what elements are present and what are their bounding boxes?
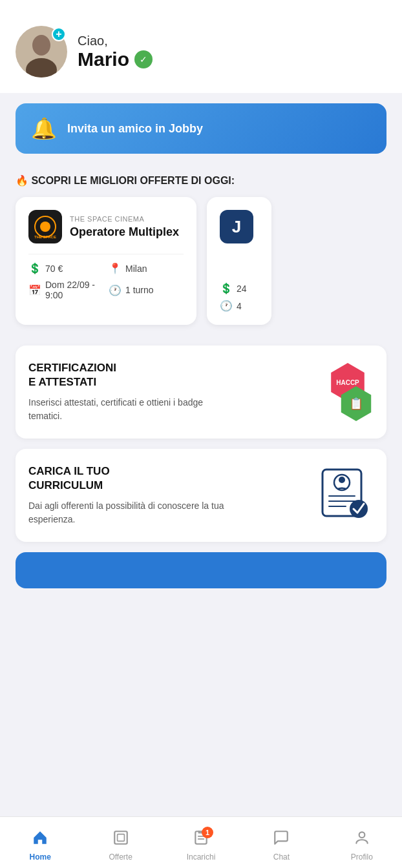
add-photo-button[interactable]: + (52, 27, 66, 41)
nav-item-incarichi[interactable]: 1 Incarichi (161, 817, 241, 868)
home-label: Home (30, 852, 51, 862)
price-icon-2: 💲 (220, 282, 233, 294)
profile-text: Ciao, Mario ✓ (78, 34, 153, 70)
svg-rect-13 (114, 831, 127, 844)
offer-card-1[interactable]: THE SPACE THE SPACE CINEMA Operatore Mul… (16, 197, 196, 325)
incarichi-badge: 1 (202, 827, 213, 838)
svg-point-8 (339, 477, 345, 483)
user-name: Mario (78, 48, 129, 70)
curriculum-title: CARICA IL TUOCURRICULUM (28, 464, 235, 493)
profile-header: + Ciao, Mario ✓ (0, 0, 402, 93)
certifications-title: CERTIFICAZIONIE ATTESTATI (28, 361, 235, 389)
nav-item-offerte[interactable]: Offerte (80, 817, 160, 868)
section-heading: 🔥 SCOPRI LE MIGLIORI OFFERTE DI OGGI: (0, 164, 402, 192)
offerte-label: Offerte (109, 852, 132, 862)
offer-title-1: Operatore Multiplex (70, 225, 179, 239)
offer-location-1: 📍 Milan (109, 262, 184, 274)
greeting-text: Ciao, (78, 34, 153, 48)
offers-carousel: THE SPACE THE SPACE CINEMA Operatore Mul… (0, 192, 402, 335)
price-icon: 💲 (28, 262, 41, 274)
partial-shifts: 🕐 4 (220, 300, 259, 312)
main-content: + Ciao, Mario ✓ 🔔 Invita un amico in Job… (0, 0, 402, 650)
partial-price: 💲 24 (220, 282, 259, 294)
offer-card-header: THE SPACE THE SPACE CINEMA Operatore Mul… (28, 210, 184, 243)
partial-details: 💲 24 🕐 4 (220, 282, 259, 312)
offer-info-1: THE SPACE CINEMA Operatore Multiplex (70, 215, 179, 239)
bottom-nav: Home Offerte 1 Incarichi (0, 816, 402, 868)
clock-icon-2: 🕐 (220, 300, 233, 312)
cv-visual (315, 466, 374, 524)
incarichi-badge-wrapper: 1 (193, 829, 209, 850)
verified-badge: ✓ (134, 50, 153, 68)
cta-button-partial[interactable] (16, 552, 386, 588)
svg-point-18 (359, 832, 365, 838)
promo-card-certifications[interactable]: CERTIFICAZIONIE ATTESTATI Inserisci atte… (16, 346, 386, 439)
promo-card-curriculum[interactable]: CARICA IL TUOCURRICULUM Dai agli offeren… (16, 449, 386, 542)
offer-details-1: 💲 70 € 📍 Milan 📅 Dom 22/09 - 9:00 🕐 1 tu… (28, 262, 184, 300)
promo-section: CERTIFICAZIONIE ATTESTATI Inserisci atte… (0, 335, 402, 552)
nav-item-home[interactable]: Home (0, 817, 80, 868)
incarichi-label: Incarichi (187, 852, 216, 862)
offer-price-1: 💲 70 € (28, 262, 103, 274)
offer-logo-2: J (220, 210, 253, 243)
offer-shifts-1: 🕐 1 turno (109, 280, 184, 300)
chat-icon (273, 829, 290, 850)
offerte-icon (112, 829, 129, 850)
svg-point-0 (32, 35, 50, 56)
chat-label: Chat (273, 852, 290, 862)
offer-logo-1: THE SPACE (28, 210, 62, 243)
svg-point-1 (26, 58, 57, 78)
svg-rect-14 (117, 834, 124, 841)
offer-card-2[interactable]: J 💲 24 🕐 4 (207, 197, 271, 325)
profilo-label: Profilo (351, 852, 373, 862)
svg-point-4 (40, 222, 50, 232)
invite-banner[interactable]: 🔔 Invita un amico in Jobby (16, 103, 386, 154)
invite-icon: 🔔 (31, 116, 57, 141)
svg-text:THE SPACE: THE SPACE (34, 235, 56, 239)
offer-divider (28, 254, 184, 254)
offer-date-1: 📅 Dom 22/09 - 9:00 (28, 280, 103, 300)
curriculum-text: CARICA IL TUOCURRICULUM Dai agli offeren… (28, 464, 235, 526)
certifications-text: CERTIFICAZIONIE ATTESTATI Inserisci atte… (28, 361, 235, 423)
certifications-desc: Inserisci attestati, certificati e ottie… (28, 396, 235, 423)
svg-point-12 (350, 500, 368, 518)
offer-company-1: THE SPACE CINEMA (70, 215, 179, 223)
location-icon: 📍 (109, 262, 122, 274)
curriculum-desc: Dai agli offerenti la possibilità di con… (28, 499, 235, 526)
home-icon (32, 829, 48, 850)
invite-label: Invita un amico in Jobby (67, 122, 203, 136)
nav-item-chat[interactable]: Chat (241, 817, 321, 868)
profilo-icon (354, 829, 370, 850)
clock-icon: 🕐 (109, 284, 122, 296)
certifications-visual: HACCP 📋 (309, 363, 374, 421)
calendar-icon: 📅 (28, 284, 41, 296)
nav-item-profilo[interactable]: Profilo (322, 817, 402, 868)
avatar-wrapper[interactable]: + (16, 26, 67, 78)
name-row: Mario ✓ (78, 48, 153, 70)
